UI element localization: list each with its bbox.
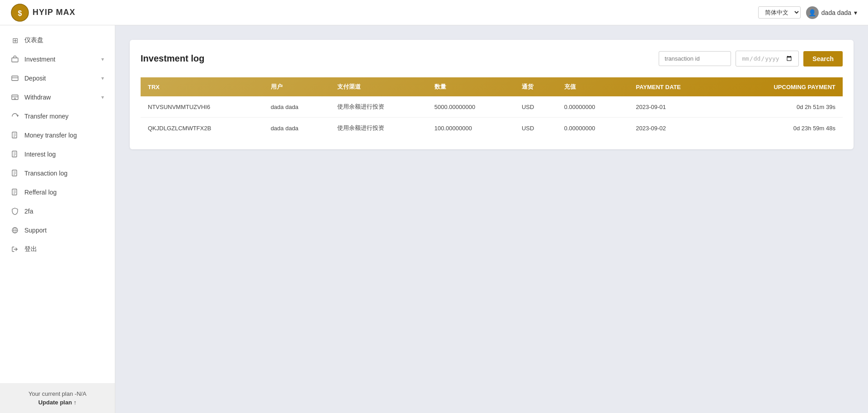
doc-icon [11,188,19,196]
cell-currency: USD [514,96,557,118]
chevron-down-icon: ▾ [101,94,104,100]
doc-icon [11,131,19,139]
sidebar-item-label: Transaction log [24,170,104,177]
sidebar-item-logout[interactable]: 登出 [0,240,115,259]
investment-icon [11,55,19,63]
language-select[interactable]: 简体中文 [758,6,801,19]
cell-user: dada dada [264,96,330,118]
sidebar-item-label: Money transfer log [24,132,104,139]
sidebar-item-transaction-log[interactable]: Transaction log [0,164,115,183]
col-user: 用户 [264,77,330,96]
user-name-label: dada dada [821,9,851,16]
table-row: QKJDLGZLCMWTFX2B dada dada 使用余额进行投资 100.… [141,118,843,139]
col-payment-date: PAYMENT DATE [629,77,722,96]
search-area: Search [659,51,843,66]
search-button[interactable]: Search [803,51,843,66]
table-row: NTVSUNVMMTUZVHI6 dada dada 使用余额进行投资 5000… [141,96,843,118]
page-title: Investment log [141,53,204,64]
sidebar-item-label: 2fa [24,208,104,215]
sidebar-bottom: Your current plan -N/A Update plan ↑ [0,383,115,413]
logo-text: HYIP MAX [33,8,75,17]
sidebar-item-deposit[interactable]: Deposit ▾ [0,69,115,88]
globe-icon [11,226,19,234]
main-content: Investment log Search TRX 用户 支付渠道 数量 通货 … [115,25,868,413]
col-currency: 通货 [514,77,557,96]
main-layout: ⊞ 仪表盘 Investment ▾ Deposit ▾ [0,25,868,413]
sidebar-item-transfer-money[interactable]: Transfer money [0,107,115,126]
chevron-down-icon: ▾ [101,56,104,62]
col-amount: 数量 [427,77,514,96]
svg-rect-3 [12,76,18,81]
logout-icon [11,245,19,253]
cell-trx: NTVSUNVMMTUZVHI6 [141,96,264,118]
sidebar-item-label: Withdraw [24,94,96,101]
logo-area: $ HYIP MAX [11,4,75,22]
cell-upcoming: 0d 2h 51m 39s [722,96,843,118]
doc-icon [11,169,19,177]
sidebar-item-label: Investment [24,56,96,63]
sidebar-item-label: 登出 [24,245,104,253]
col-upcoming-payment: UPCOMING PAYMENT [722,77,843,96]
user-menu-button[interactable]: 👤 dada dada ▾ [806,6,857,19]
cell-recharge: 0.00000000 [557,96,629,118]
withdraw-icon [11,93,19,101]
doc-icon [11,150,19,158]
cell-upcoming: 0d 23h 59m 48s [722,118,843,139]
user-chevron-icon: ▾ [854,9,857,16]
cell-payment-date: 2023-09-01 [629,96,722,118]
cell-channel: 使用余额进行投资 [330,96,427,118]
table-header-row: TRX 用户 支付渠道 数量 通货 充值 PAYMENT DATE UPCOMI… [141,77,843,96]
date-filter-input[interactable] [736,51,799,66]
cell-currency: USD [514,118,557,139]
sidebar-nav: ⊞ 仪表盘 Investment ▾ Deposit ▾ [0,25,115,383]
shield-icon [11,207,19,215]
dashboard-icon: ⊞ [11,36,19,44]
sidebar-item-label: 仪表盘 [24,36,104,44]
cell-recharge: 0.00000000 [557,118,629,139]
header-right: 简体中文 👤 dada dada ▾ [758,6,857,19]
sidebar-item-label: Refferal log [24,189,104,196]
sidebar-item-investment[interactable]: Investment ▾ [0,50,115,69]
chevron-down-icon: ▾ [101,75,104,81]
deposit-icon [11,74,19,82]
sidebar: ⊞ 仪表盘 Investment ▾ Deposit ▾ [0,25,115,413]
sidebar-item-support[interactable]: Support [0,221,115,240]
sidebar-item-dashboard[interactable]: ⊞ 仪表盘 [0,31,115,50]
sidebar-item-label: Transfer money [24,113,104,120]
sidebar-item-interest-log[interactable]: Interest log [0,145,115,164]
cell-amount: 5000.00000000 [427,96,514,118]
col-recharge: 充值 [557,77,629,96]
sidebar-item-label: Interest log [24,151,104,158]
investment-log-card: Investment log Search TRX 用户 支付渠道 数量 通货 … [130,40,854,149]
current-plan-text: Your current plan -N/A [11,390,104,397]
cell-channel: 使用余额进行投资 [330,118,427,139]
sidebar-item-label: Support [24,227,104,234]
cell-user: dada dada [264,118,330,139]
avatar: 👤 [806,6,819,19]
sidebar-item-withdraw[interactable]: Withdraw ▾ [0,88,115,107]
logo-icon: $ [11,4,29,22]
top-header: $ HYIP MAX 简体中文 👤 dada dada ▾ [0,0,868,25]
svg-rect-5 [12,95,18,100]
investment-log-table: TRX 用户 支付渠道 数量 通货 充值 PAYMENT DATE UPCOMI… [141,77,843,138]
col-channel: 支付渠道 [330,77,427,96]
svg-text:$: $ [18,9,22,17]
transaction-id-input[interactable] [659,51,731,66]
sidebar-item-2fa[interactable]: 2fa [0,202,115,221]
svg-point-7 [14,98,16,100]
page-header: Investment log Search [141,51,843,66]
sidebar-item-label: Deposit [24,75,96,82]
cell-trx: QKJDLGZLCMWTFX2B [141,118,264,139]
sidebar-item-refferal-log[interactable]: Refferal log [0,183,115,202]
cell-amount: 100.00000000 [427,118,514,139]
col-trx: TRX [141,77,264,96]
svg-rect-2 [12,58,18,62]
update-plan-button[interactable]: Update plan ↑ [11,399,104,406]
transfer-icon [11,112,19,120]
cell-payment-date: 2023-09-02 [629,118,722,139]
sidebar-item-money-transfer-log[interactable]: Money transfer log [0,126,115,145]
